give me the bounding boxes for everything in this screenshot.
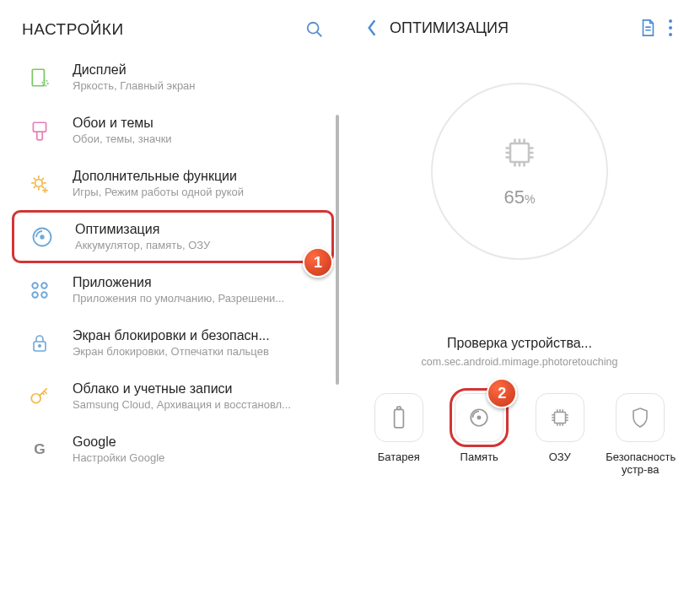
menu-dots-icon[interactable] [668, 19, 673, 37]
svg-point-40 [478, 416, 481, 418]
item-title: Экран блокировки и безопасн... [73, 328, 324, 343]
svg-point-23 [669, 33, 672, 36]
document-icon[interactable] [639, 19, 656, 37]
settings-screen: НАСТРОЙКИ Дисплей Яркость, Главный экран [5, 5, 341, 594]
settings-item-cloud[interactable]: Облако и учетные записи Samsung Cloud, А… [5, 370, 341, 423]
device-status-circle: 65% [351, 49, 688, 260]
optimization-icon [28, 223, 57, 251]
scrollbar-thumb[interactable] [336, 115, 339, 385]
settings-item-apps[interactable]: Приложения Приложения по умолчанию, Разр… [5, 263, 341, 316]
svg-rect-24 [510, 143, 529, 162]
svg-point-15 [39, 344, 40, 346]
item-title: Облако и учетные записи [73, 381, 324, 397]
svg-point-22 [669, 26, 672, 30]
status-title: Проверка устройства... [351, 336, 688, 351]
gear-plus-icon [25, 170, 54, 198]
svg-rect-38 [397, 407, 401, 409]
battery-icon [374, 393, 423, 442]
svg-point-10 [32, 283, 38, 289]
chip-icon [501, 134, 538, 171]
status-subtitle: com.sec.android.mimage.photoretouching [351, 356, 688, 368]
google-icon: G [25, 435, 54, 464]
settings-item-google[interactable]: G Google Настройки Google [5, 423, 341, 476]
item-subtitle: Обои, темы, значки [73, 132, 324, 145]
item-subtitle: Настройки Google [73, 451, 324, 464]
tile-battery[interactable]: Батарея [364, 393, 433, 476]
tile-storage-highlighted[interactable]: Память 2 [444, 393, 514, 476]
apps-icon [25, 276, 54, 305]
settings-list: Дисплей Яркость, Главный экран Обои и те… [5, 51, 341, 476]
item-title: Google [73, 434, 324, 450]
item-subtitle: Приложения по умолчанию, Разрешени... [73, 292, 324, 305]
bottom-tiles: Батарея Память 2 ОЗУ Безопасность ус [351, 368, 688, 493]
tile-security[interactable]: Безопасность устр-ва [606, 393, 675, 476]
svg-rect-2 [32, 69, 44, 86]
svg-point-13 [41, 292, 46, 298]
svg-point-21 [669, 19, 672, 23]
tile-label: Память [444, 451, 514, 463]
svg-point-11 [41, 283, 46, 289]
item-subtitle: Аккумулятор, память, ОЗУ [75, 239, 321, 251]
svg-point-0 [308, 23, 319, 34]
item-subtitle: Игры, Режим работы одной рукой [73, 186, 324, 198]
item-title: Дополнительные функции [73, 169, 324, 184]
item-subtitle: Samsung Cloud, Архивация и восстановл... [73, 398, 324, 411]
percent-value: 65% [504, 186, 536, 208]
item-title: Оптимизация [75, 222, 321, 237]
svg-point-16 [31, 393, 40, 402]
optimization-title: ОПТИМИЗАЦИЯ [390, 19, 627, 37]
svg-point-3 [42, 80, 48, 86]
item-subtitle: Экран блокировки, Отпечатки пальцев [73, 345, 324, 358]
item-title: Дисплей [73, 62, 324, 78]
tile-ram[interactable]: ОЗУ [525, 393, 595, 476]
display-icon [25, 63, 54, 92]
svg-point-5 [35, 179, 43, 186]
svg-rect-4 [33, 122, 46, 132]
step-badge-2: 2 [487, 378, 517, 408]
item-subtitle: Яркость, Главный экран [73, 79, 324, 92]
shield-icon [616, 393, 665, 442]
key-icon [25, 382, 54, 411]
brush-icon [25, 116, 54, 145]
tile-label: ОЗУ [525, 451, 595, 463]
progress-circle: 65% [431, 83, 608, 260]
svg-text:G: G [34, 440, 45, 457]
svg-rect-41 [554, 413, 565, 424]
item-title: Приложения [73, 275, 324, 290]
ram-chip-icon [536, 393, 584, 442]
search-icon[interactable] [305, 20, 324, 39]
svg-line-1 [317, 32, 322, 37]
settings-item-display[interactable]: Дисплей Яркость, Главный экран [5, 51, 341, 104]
settings-item-lockscreen[interactable]: Экран блокировки и безопасн... Экран бло… [5, 316, 341, 370]
tile-label: Безопасность устр-ва [606, 451, 675, 476]
settings-item-advanced[interactable]: Дополнительные функции Игры, Режим работ… [5, 157, 341, 210]
optimization-screen: ОПТИМИЗАЦИЯ 65% Проверка устройства... c… [351, 5, 688, 594]
tile-label: Батарея [364, 451, 433, 463]
scrollbar[interactable] [336, 81, 339, 452]
back-icon[interactable] [366, 19, 378, 37]
optimization-header: ОПТИМИЗАЦИЯ [351, 5, 688, 49]
svg-rect-37 [394, 409, 403, 428]
item-title: Обои и темы [73, 116, 324, 131]
settings-title: НАСТРОЙКИ [22, 20, 124, 39]
settings-header: НАСТРОЙКИ [5, 5, 341, 51]
svg-point-9 [40, 235, 44, 239]
status-area: Проверка устройства... com.sec.android.m… [351, 336, 688, 368]
settings-item-optimization-highlighted[interactable]: Оптимизация Аккумулятор, память, ОЗУ 1 [12, 210, 334, 263]
lock-icon [25, 329, 54, 358]
svg-point-12 [32, 292, 38, 298]
settings-item-wallpaper[interactable]: Обои и темы Обои, темы, значки [5, 104, 341, 157]
